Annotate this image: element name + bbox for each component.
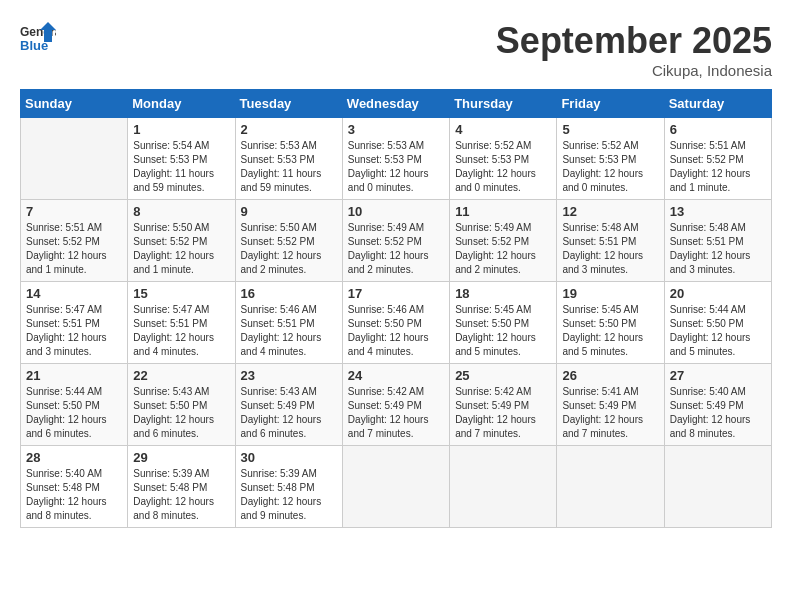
weekday-header: Friday [557,90,664,118]
day-number: 7 [26,204,122,219]
calendar-cell: 19Sunrise: 5:45 AMSunset: 5:50 PMDayligh… [557,282,664,364]
calendar-cell: 15Sunrise: 5:47 AMSunset: 5:51 PMDayligh… [128,282,235,364]
calendar-cell [664,446,771,528]
day-info: Sunrise: 5:40 AMSunset: 5:48 PMDaylight:… [26,467,122,523]
day-number: 10 [348,204,444,219]
calendar-cell: 1Sunrise: 5:54 AMSunset: 5:53 PMDaylight… [128,118,235,200]
location-subtitle: Cikupa, Indonesia [496,62,772,79]
calendar-cell: 18Sunrise: 5:45 AMSunset: 5:50 PMDayligh… [450,282,557,364]
day-number: 15 [133,286,229,301]
day-info: Sunrise: 5:45 AMSunset: 5:50 PMDaylight:… [562,303,658,359]
day-number: 19 [562,286,658,301]
calendar-cell: 7Sunrise: 5:51 AMSunset: 5:52 PMDaylight… [21,200,128,282]
day-number: 14 [26,286,122,301]
weekday-header: Sunday [21,90,128,118]
day-number: 9 [241,204,337,219]
day-number: 17 [348,286,444,301]
calendar-cell: 13Sunrise: 5:48 AMSunset: 5:51 PMDayligh… [664,200,771,282]
day-info: Sunrise: 5:47 AMSunset: 5:51 PMDaylight:… [26,303,122,359]
calendar-cell: 14Sunrise: 5:47 AMSunset: 5:51 PMDayligh… [21,282,128,364]
calendar-cell: 28Sunrise: 5:40 AMSunset: 5:48 PMDayligh… [21,446,128,528]
day-number: 2 [241,122,337,137]
calendar-cell: 17Sunrise: 5:46 AMSunset: 5:50 PMDayligh… [342,282,449,364]
day-info: Sunrise: 5:39 AMSunset: 5:48 PMDaylight:… [241,467,337,523]
calendar-cell: 2Sunrise: 5:53 AMSunset: 5:53 PMDaylight… [235,118,342,200]
day-info: Sunrise: 5:49 AMSunset: 5:52 PMDaylight:… [348,221,444,277]
day-info: Sunrise: 5:50 AMSunset: 5:52 PMDaylight:… [241,221,337,277]
day-info: Sunrise: 5:44 AMSunset: 5:50 PMDaylight:… [26,385,122,441]
calendar-cell: 6Sunrise: 5:51 AMSunset: 5:52 PMDaylight… [664,118,771,200]
day-number: 12 [562,204,658,219]
day-info: Sunrise: 5:40 AMSunset: 5:49 PMDaylight:… [670,385,766,441]
weekday-header: Tuesday [235,90,342,118]
day-info: Sunrise: 5:48 AMSunset: 5:51 PMDaylight:… [562,221,658,277]
day-number: 30 [241,450,337,465]
calendar-week-row: 28Sunrise: 5:40 AMSunset: 5:48 PMDayligh… [21,446,772,528]
calendar-cell [342,446,449,528]
day-info: Sunrise: 5:50 AMSunset: 5:52 PMDaylight:… [133,221,229,277]
calendar-cell [450,446,557,528]
day-info: Sunrise: 5:53 AMSunset: 5:53 PMDaylight:… [241,139,337,195]
day-info: Sunrise: 5:54 AMSunset: 5:53 PMDaylight:… [133,139,229,195]
day-info: Sunrise: 5:45 AMSunset: 5:50 PMDaylight:… [455,303,551,359]
day-number: 6 [670,122,766,137]
calendar-cell [557,446,664,528]
day-info: Sunrise: 5:41 AMSunset: 5:49 PMDaylight:… [562,385,658,441]
calendar-cell: 10Sunrise: 5:49 AMSunset: 5:52 PMDayligh… [342,200,449,282]
day-number: 28 [26,450,122,465]
logo: General Blue [20,20,56,60]
calendar-week-row: 14Sunrise: 5:47 AMSunset: 5:51 PMDayligh… [21,282,772,364]
day-number: 13 [670,204,766,219]
day-number: 1 [133,122,229,137]
day-info: Sunrise: 5:51 AMSunset: 5:52 PMDaylight:… [670,139,766,195]
day-info: Sunrise: 5:52 AMSunset: 5:53 PMDaylight:… [562,139,658,195]
day-info: Sunrise: 5:42 AMSunset: 5:49 PMDaylight:… [348,385,444,441]
day-number: 16 [241,286,337,301]
calendar-cell: 23Sunrise: 5:43 AMSunset: 5:49 PMDayligh… [235,364,342,446]
calendar-week-row: 1Sunrise: 5:54 AMSunset: 5:53 PMDaylight… [21,118,772,200]
day-number: 21 [26,368,122,383]
day-info: Sunrise: 5:51 AMSunset: 5:52 PMDaylight:… [26,221,122,277]
weekday-header: Monday [128,90,235,118]
calendar-cell: 11Sunrise: 5:49 AMSunset: 5:52 PMDayligh… [450,200,557,282]
calendar-cell: 8Sunrise: 5:50 AMSunset: 5:52 PMDaylight… [128,200,235,282]
month-title: September 2025 [496,20,772,62]
calendar-cell: 12Sunrise: 5:48 AMSunset: 5:51 PMDayligh… [557,200,664,282]
day-info: Sunrise: 5:53 AMSunset: 5:53 PMDaylight:… [348,139,444,195]
day-number: 3 [348,122,444,137]
calendar-week-row: 7Sunrise: 5:51 AMSunset: 5:52 PMDaylight… [21,200,772,282]
day-number: 18 [455,286,551,301]
weekday-header: Thursday [450,90,557,118]
day-number: 25 [455,368,551,383]
calendar-week-row: 21Sunrise: 5:44 AMSunset: 5:50 PMDayligh… [21,364,772,446]
calendar-cell: 3Sunrise: 5:53 AMSunset: 5:53 PMDaylight… [342,118,449,200]
calendar-cell: 29Sunrise: 5:39 AMSunset: 5:48 PMDayligh… [128,446,235,528]
svg-text:Blue: Blue [20,38,48,53]
calendar-cell [21,118,128,200]
day-info: Sunrise: 5:39 AMSunset: 5:48 PMDaylight:… [133,467,229,523]
day-info: Sunrise: 5:43 AMSunset: 5:50 PMDaylight:… [133,385,229,441]
day-number: 23 [241,368,337,383]
calendar-cell: 4Sunrise: 5:52 AMSunset: 5:53 PMDaylight… [450,118,557,200]
day-info: Sunrise: 5:47 AMSunset: 5:51 PMDaylight:… [133,303,229,359]
day-info: Sunrise: 5:44 AMSunset: 5:50 PMDaylight:… [670,303,766,359]
calendar-cell: 26Sunrise: 5:41 AMSunset: 5:49 PMDayligh… [557,364,664,446]
day-number: 8 [133,204,229,219]
calendar-cell: 30Sunrise: 5:39 AMSunset: 5:48 PMDayligh… [235,446,342,528]
day-info: Sunrise: 5:43 AMSunset: 5:49 PMDaylight:… [241,385,337,441]
day-info: Sunrise: 5:42 AMSunset: 5:49 PMDaylight:… [455,385,551,441]
day-number: 11 [455,204,551,219]
calendar-table: SundayMondayTuesdayWednesdayThursdayFrid… [20,89,772,528]
day-info: Sunrise: 5:52 AMSunset: 5:53 PMDaylight:… [455,139,551,195]
weekday-header: Wednesday [342,90,449,118]
day-number: 22 [133,368,229,383]
calendar-cell: 25Sunrise: 5:42 AMSunset: 5:49 PMDayligh… [450,364,557,446]
calendar-cell: 21Sunrise: 5:44 AMSunset: 5:50 PMDayligh… [21,364,128,446]
day-number: 5 [562,122,658,137]
calendar-cell: 16Sunrise: 5:46 AMSunset: 5:51 PMDayligh… [235,282,342,364]
day-number: 24 [348,368,444,383]
day-number: 4 [455,122,551,137]
calendar-cell: 20Sunrise: 5:44 AMSunset: 5:50 PMDayligh… [664,282,771,364]
calendar-cell: 24Sunrise: 5:42 AMSunset: 5:49 PMDayligh… [342,364,449,446]
day-info: Sunrise: 5:48 AMSunset: 5:51 PMDaylight:… [670,221,766,277]
